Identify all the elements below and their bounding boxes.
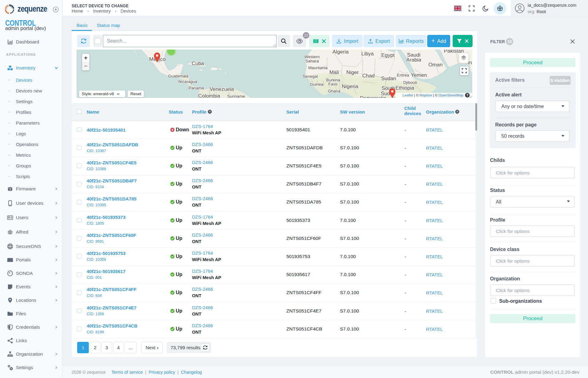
svg-text:Guinea: Guinea [310, 82, 323, 87]
svg-text:Colombia: Colombia [198, 93, 220, 98]
svg-text:Libya: Libya [361, 51, 374, 57]
svg-text:Senegal: Senegal [303, 74, 318, 79]
svg-text:Chad: Chad [362, 73, 375, 79]
svg-text:?: ? [209, 110, 211, 113]
svg-text:Western: Western [304, 54, 320, 59]
svg-text:Sudan: Sudan [381, 76, 396, 81]
svg-text:Nicaragua: Nicaragua [178, 79, 197, 84]
svg-text:?: ? [456, 110, 458, 113]
svg-text:Djibouti: Djibouti [403, 80, 417, 85]
svg-text:Yemen: Yemen [411, 72, 427, 78]
svg-text:Panama: Panama [189, 86, 204, 90]
svg-text:Mauritania: Mauritania [308, 65, 328, 70]
svg-text:Arabia: Arabia [406, 57, 421, 63]
svg-text:Sahara: Sahara [305, 59, 319, 63]
svg-text:Nigeria: Nigeria [342, 84, 358, 89]
svg-text:Faso: Faso [328, 82, 337, 86]
svg-text:Democratic: Democratic [360, 95, 386, 98]
svg-text:Ghana: Ghana [328, 89, 341, 93]
svg-text:?: ? [466, 93, 469, 97]
svg-text:Mali: Mali [329, 69, 339, 75]
svg-text:Guatemala: Guatemala [168, 74, 189, 78]
svg-text:Ethiopia: Ethiopia [395, 85, 414, 91]
svg-text:Leaflet | © Mapbox | © OpenStr: Leaflet | © Mapbox | © OpenStreetMap [402, 93, 463, 97]
svg-text:Egypt: Egypt [381, 52, 395, 58]
svg-text:Eritrea: Eritrea [397, 73, 409, 77]
svg-text:Suriname: Suriname [227, 94, 245, 98]
svg-text:Venezuela: Venezuela [209, 86, 234, 92]
svg-text:Niger: Niger [346, 69, 359, 75]
svg-text:Cuba: Cuba [192, 61, 204, 66]
svg-text:Oman: Oman [428, 62, 443, 68]
svg-text:Algeria: Algeria [333, 50, 349, 55]
